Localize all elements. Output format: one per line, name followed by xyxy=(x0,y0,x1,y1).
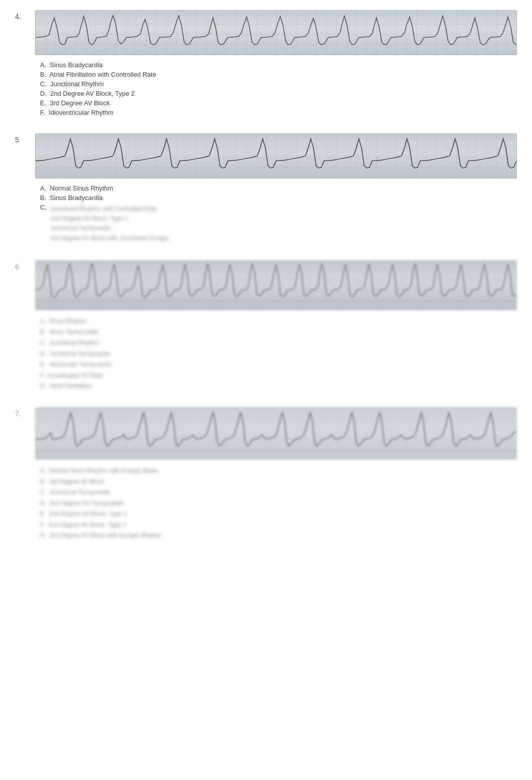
question-7-number: 7. xyxy=(15,407,30,418)
question-5-content: A. Normal Sinus Rhythm B. Sinus Bradycar… xyxy=(35,133,517,245)
ecg-waveform-4 xyxy=(36,11,516,55)
ecg-strip-5 xyxy=(35,133,517,178)
question-7-options: A. Normal Sinus Rhythm with Ectopic Beat… xyxy=(35,466,517,541)
ecg-waveform-6 xyxy=(36,261,516,310)
ecg-waveform-5 xyxy=(36,134,516,178)
q7-opt-b: B. 3rd Degree AV Block xyxy=(40,477,517,488)
question-7-block: 7. A. Normal Sinus Rhythm with Ectopic B… xyxy=(15,407,517,541)
option-5c: C. Junctional Rhythm, with Controlled Ra… xyxy=(40,204,517,243)
question-4-options: A. Sinus Bradycardia B. Atrial Fibrillat… xyxy=(35,61,517,116)
option-4c-letter: C. xyxy=(40,80,47,88)
option-4a-letter: A. xyxy=(40,61,46,69)
question-4-content: A. Sinus Bradycardia B. Atrial Fibrillat… xyxy=(35,10,517,118)
question-6-options: A. Sinus Rhythm B. Sinus Tachycardia C. … xyxy=(35,316,517,392)
q7-opt-g: G. 3rd Degree AV Block with Escape Rhyth… xyxy=(40,530,517,541)
q7-opt-a: A. Normal Sinus Rhythm with Ectopic Beat… xyxy=(40,466,517,477)
q7-opt-f: F. 2nd Degree AV Block, Type 2 xyxy=(40,520,517,531)
q6-opt-g: G. Atrial Fibrillation xyxy=(40,381,517,392)
option-4a: A. Sinus Bradycardia xyxy=(40,61,517,69)
option-4b: B. Atrial Fibrillation with Controlled R… xyxy=(40,71,517,78)
option-4e-letter: E. xyxy=(40,99,46,107)
question-7-content: A. Normal Sinus Rhythm with Ectopic Beat… xyxy=(35,407,517,541)
question-5-options: A. Normal Sinus Rhythm B. Sinus Bradycar… xyxy=(35,184,517,243)
q6-opt-f: F. Accelerated AV Rate xyxy=(40,370,517,381)
option-4d: D. 2nd Degree AV Block, Type 2 xyxy=(40,90,517,97)
option-5b: B. Sinus Bradycardia xyxy=(40,194,517,202)
option-4f: F. Idioventricular Rhythm xyxy=(40,109,517,116)
q7-opt-d: D. 2nd Degree AV Tachycardia xyxy=(40,498,517,509)
ecg-strip-7 xyxy=(35,407,517,460)
q6-opt-e: E. Ventricular Tachycardia xyxy=(40,359,517,370)
blurred-sub-4: 3rd Degree AV Block with Junctional Esca… xyxy=(50,234,168,243)
blurred-sub-3: Junctional Tachycardia xyxy=(50,224,168,233)
q6-opt-d: D. Junctional Tachycardia xyxy=(40,349,517,360)
q7-opt-c: C. Junctional Tachycardia xyxy=(40,487,517,498)
ecg-waveform-7 xyxy=(36,408,516,459)
question-6-number: 6 xyxy=(15,260,30,271)
ecg-strip-6 xyxy=(35,260,517,310)
option-4f-letter: F. xyxy=(40,109,45,116)
option-4e: E. 3rd Degree AV Block xyxy=(40,99,517,107)
question-5-blurred-suboptions: Junctional Rhythm, with Controlled Rate … xyxy=(50,205,168,243)
option-5a: A. Normal Sinus Rhythm xyxy=(40,184,517,192)
question-6-content: A. Sinus Rhythm B. Sinus Tachycardia C. … xyxy=(35,260,517,392)
question-5-block: 5 A. Normal Sinus Rhythm B. Sinus Bradyc… xyxy=(15,133,517,245)
q6-opt-c: C. Junctional Rhythm xyxy=(40,338,517,349)
question-6-block: 6 A. Sinus Rhythm B. Sinus Tachycardia C… xyxy=(15,260,517,392)
option-4c: C. Junctional Rhythm xyxy=(40,80,517,88)
question-4-block: 4. A. Sinus Bradycardia B. Atrial Fibril… xyxy=(15,10,517,118)
blurred-sub-2: 2nd Degree AV Block, Type 1 xyxy=(50,214,168,224)
question-5-number: 5 xyxy=(15,133,30,144)
option-4b-letter: B. xyxy=(40,71,46,78)
q6-opt-b: B. Sinus Tachycardia xyxy=(40,327,517,338)
q6-opt-a: A. Sinus Rhythm xyxy=(40,316,517,327)
option-4d-letter: D. xyxy=(40,90,47,97)
question-4-number: 4. xyxy=(15,10,30,21)
blurred-sub-1: Junctional Rhythm, with Controlled Rate xyxy=(50,205,168,214)
q7-opt-e: E. 2nd Degree AV Block, Type 1 xyxy=(40,509,517,520)
ecg-strip-4 xyxy=(35,10,517,55)
